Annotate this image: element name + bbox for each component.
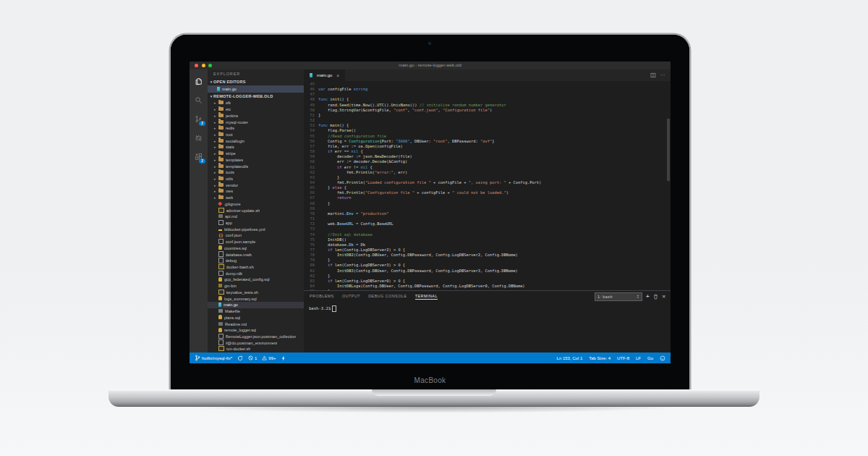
- status-warnings[interactable]: 99+: [262, 355, 276, 360]
- line-number: 81: [304, 269, 318, 274]
- tree-item[interactable]: ▸etc: [208, 106, 304, 113]
- split-editor-icon[interactable]: [650, 72, 656, 78]
- tree-item[interactable]: gin-bin: [208, 283, 304, 290]
- tree-item-label: templateutils: [226, 164, 248, 169]
- activity-item-extensions[interactable]: 2: [190, 147, 208, 166]
- tree-item[interactable]: logs_summary.sql: [208, 295, 304, 302]
- code-line: 53func main() {: [304, 123, 671, 128]
- tree-item[interactable]: ▸jenkins: [208, 112, 304, 119]
- badge: 2: [199, 159, 205, 164]
- tree-item[interactable]: ▸sociallogin: [208, 138, 304, 144]
- tree-item[interactable]: dump.rdb: [208, 270, 304, 276]
- line-number: 80: [304, 263, 318, 268]
- status-sync[interactable]: [237, 355, 243, 361]
- bolt-icon: [281, 355, 286, 361]
- tree-item[interactable]: {}conf.json: [208, 232, 304, 239]
- more-actions-icon[interactable]: ⋯: [660, 72, 666, 78]
- tree-item-label: adminer-update.sh: [226, 208, 260, 213]
- window-controls[interactable]: [195, 64, 212, 67]
- line-number: 77: [304, 248, 318, 253]
- sidebar-title: EXPLORER: [208, 69, 304, 78]
- zoom-window-button[interactable]: [208, 64, 212, 67]
- status-encoding[interactable]: UTF-8: [617, 356, 629, 360]
- tree-item[interactable]: Makefile: [208, 308, 304, 315]
- tree-item[interactable]: run-docker.sh: [208, 346, 304, 352]
- tree-item[interactable]: database.mwb: [208, 251, 304, 258]
- code-text: flag.Parse(): [318, 128, 356, 133]
- open-editor-item[interactable]: main.go: [208, 85, 304, 93]
- activity-item-search[interactable]: [190, 90, 208, 109]
- tree-item[interactable]: ▸redis: [208, 125, 304, 132]
- code-text: fmt.Println("Configuration file " + conf…: [318, 190, 509, 195]
- project-root-header[interactable]: ▾ REMOTE-LOGGER-WEB.OLD: [208, 93, 304, 100]
- status-git-branch[interactable]: hotfix/mysql-fix*: [195, 355, 232, 361]
- panel-tab-terminal[interactable]: TERMINAL: [415, 294, 438, 300]
- tree-item[interactable]: plans.sql: [208, 314, 304, 321]
- editor-scrollbar[interactable]: [667, 119, 670, 181]
- tree-item[interactable]: debug: [208, 258, 304, 264]
- panel-tab-debug-console[interactable]: DEBUG CONSOLE: [368, 294, 407, 300]
- tree-item[interactable]: conf.json.sample: [208, 239, 304, 245]
- minimize-window-button[interactable]: [202, 64, 205, 67]
- activity-item-explorer[interactable]: [190, 72, 208, 90]
- code-text: rand.Seed(time.Now().UTC().UnixNano()) /…: [318, 103, 506, 108]
- tree-item[interactable]: docker-bash.sh: [208, 264, 304, 271]
- tree-item[interactable]: Readme.md: [208, 321, 304, 327]
- terminal-shell-select[interactable]: 1: bash ▲▼: [595, 292, 642, 301]
- tree-item[interactable]: ▸vies: [208, 188, 304, 195]
- open-editors-header[interactable]: ▾ OPEN EDITORS: [208, 78, 304, 85]
- terminal-cursor: [332, 305, 336, 312]
- status-errors[interactable]: 1: [248, 355, 257, 360]
- editor-tab-main.go[interactable]: main.go×: [304, 69, 345, 81]
- activity-item-debug[interactable]: [190, 128, 208, 147]
- tree-item[interactable]: app: [208, 220, 304, 227]
- panel-tab-output[interactable]: OUTPUT: [342, 294, 360, 300]
- tree-item[interactable]: countries.sql: [208, 245, 304, 252]
- tree-item-label: vies: [226, 189, 233, 193]
- code-line: 58 if err == nil {: [304, 149, 671, 154]
- close-icon[interactable]: ✕: [662, 294, 666, 300]
- tree-item[interactable]: ▸templates: [208, 156, 304, 163]
- tree-item[interactable]: remote_logger.sql: [208, 327, 304, 334]
- tree-item[interactable]: main.go: [208, 302, 304, 308]
- tree-item[interactable]: ▸mysql-router: [208, 119, 304, 125]
- status-eol[interactable]: LF: [636, 356, 641, 360]
- tab-close-icon[interactable]: ×: [336, 73, 339, 78]
- tree-item[interactable]: .gitignore: [208, 201, 304, 208]
- status-warnings-label: 99+: [268, 356, 276, 360]
- tree-item[interactable]: ▸templateutils: [208, 163, 304, 169]
- status-cursor-position[interactable]: Ln 153, Col 1: [557, 356, 583, 360]
- status-tab-size[interactable]: Tab Size: 4: [589, 356, 610, 360]
- tree-item-label: bitbucket-pipelines.yml: [224, 227, 265, 232]
- tree-item[interactable]: bitbucket-pipelines.yml: [208, 226, 304, 232]
- tree-item[interactable]: gcp_federated_config.sql: [208, 276, 304, 283]
- status-language-mode[interactable]: Go: [647, 356, 653, 360]
- status-feedback-smiley[interactable]: [660, 355, 665, 361]
- tree-item[interactable]: RemoteLogger.json.postman_collection: [208, 334, 304, 340]
- status-feedback-bolt[interactable]: [281, 355, 286, 361]
- tree-item[interactable]: ▸stripe: [208, 151, 304, 157]
- tree-item[interactable]: ▸utils: [208, 176, 304, 182]
- tree-item[interactable]: ▸tools: [208, 169, 304, 176]
- tree-item[interactable]: ▸elk: [208, 100, 304, 106]
- tree-item[interactable]: ▸root: [208, 132, 304, 138]
- file-icon: [218, 271, 226, 277]
- tree-item-label: sociallogin: [226, 139, 244, 143]
- editor-group: main.go× ⋯ 4546var configFile string4748…: [304, 69, 671, 352]
- panel-tab-problems[interactable]: PROBLEMS: [310, 294, 334, 300]
- tree-item[interactable]: rl@do.postman_environment: [208, 339, 304, 346]
- add-terminal-icon[interactable]: +: [646, 293, 650, 300]
- tree-item[interactable]: ▸stats: [208, 144, 304, 151]
- tree-item[interactable]: keyvalue_tests.sh: [208, 290, 304, 296]
- tree-item[interactable]: api.md: [208, 214, 304, 220]
- folder-icon: [218, 170, 226, 174]
- code-editor[interactable]: 4546var configFile string4748func init()…: [304, 81, 671, 290]
- tree-item[interactable]: adminer-update.sh: [208, 207, 304, 214]
- close-window-button[interactable]: [195, 64, 198, 67]
- trash-icon[interactable]: [653, 294, 658, 300]
- terminal-content[interactable]: bash-3.2$: [304, 302, 671, 316]
- tree-item[interactable]: ▸vendor: [208, 182, 304, 188]
- activity-item-source-control[interactable]: 2: [190, 109, 208, 128]
- tree-item[interactable]: ▸web: [208, 195, 304, 201]
- code-text: //Init sql database: [318, 232, 373, 237]
